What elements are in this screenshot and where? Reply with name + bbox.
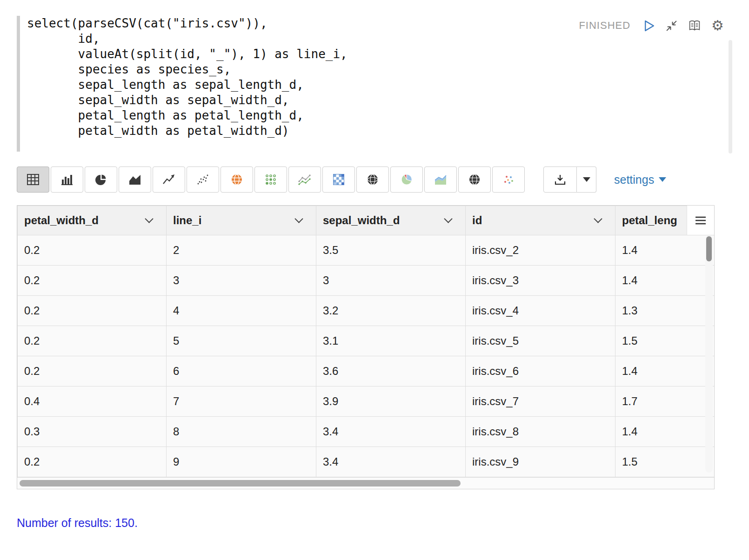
table-row: 0.243.2iris.csv_41.3 bbox=[18, 296, 715, 326]
column-label: id bbox=[472, 214, 482, 227]
notebook-paragraph: select(parseCSV(cat("iris.csv")), id, va… bbox=[0, 0, 749, 530]
column-header-sepal_width_d[interactable]: sepal_width_d bbox=[316, 206, 466, 235]
column-header-petal_width_d[interactable]: petal_width_d bbox=[18, 206, 167, 235]
paragraph-controls: FINISHED ⚙ bbox=[579, 19, 724, 33]
column-dropdown-chevron-icon[interactable] bbox=[594, 214, 602, 223]
chart-button-scatter-matrix[interactable] bbox=[254, 167, 287, 193]
scatter-chart-icon bbox=[196, 173, 209, 186]
chart-button-multi-line[interactable] bbox=[288, 167, 321, 193]
globe-2-icon bbox=[468, 173, 481, 186]
table-cell: iris.csv_8 bbox=[466, 417, 615, 447]
chart-button-scatter[interactable] bbox=[187, 167, 219, 193]
download-button[interactable] bbox=[543, 167, 577, 193]
column-dropdown-chevron-icon[interactable] bbox=[444, 214, 452, 223]
table-cell: 1.3 bbox=[615, 296, 715, 326]
table-cell: 3 bbox=[316, 266, 466, 296]
table-cell: 3.4 bbox=[316, 447, 466, 477]
table-cell: 7 bbox=[167, 387, 316, 417]
play-icon bbox=[643, 20, 655, 32]
multi-line-chart-icon bbox=[298, 173, 311, 186]
table-cell: 1.7 bbox=[615, 387, 715, 417]
download-icon bbox=[554, 173, 566, 186]
gear-icon: ⚙ bbox=[711, 19, 724, 33]
settings-dropdown[interactable]: settings bbox=[614, 173, 666, 187]
table-cell: 0.2 bbox=[18, 235, 167, 266]
chart-button-map[interactable] bbox=[221, 167, 253, 193]
table-cell: 0.2 bbox=[18, 266, 167, 296]
table-cell: 1.4 bbox=[615, 417, 715, 447]
table-cell: 5 bbox=[167, 326, 316, 356]
table-cell: 3.6 bbox=[316, 356, 466, 387]
show-editor-button[interactable] bbox=[688, 20, 701, 32]
column-label: petal_width_d bbox=[24, 214, 99, 227]
column-dropdown-chevron-icon[interactable] bbox=[145, 214, 153, 223]
hamburger-menu-icon[interactable] bbox=[695, 216, 706, 225]
table-cell: 1.4 bbox=[615, 356, 715, 387]
column-dropdown-chevron-icon[interactable] bbox=[294, 214, 303, 223]
table-cell: iris.csv_6 bbox=[466, 356, 615, 387]
table-icon bbox=[27, 173, 40, 186]
scatter-colored-icon bbox=[502, 173, 515, 186]
table-row: 0.233iris.csv_31.4 bbox=[18, 266, 715, 296]
editor-scrollbar[interactable] bbox=[729, 40, 732, 153]
settings-label: settings bbox=[614, 173, 654, 187]
paragraph-settings-button[interactable]: ⚙ bbox=[711, 19, 724, 33]
area-colored-icon bbox=[434, 173, 447, 186]
table-cell: iris.csv_7 bbox=[466, 387, 615, 417]
table-cell: iris.csv_2 bbox=[466, 235, 615, 266]
chart-button-line[interactable] bbox=[153, 167, 185, 193]
column-header-id[interactable]: id bbox=[466, 206, 615, 235]
column-label: petal_leng bbox=[622, 214, 677, 227]
collapse-icon bbox=[665, 20, 678, 32]
chart-button-scatter-colored[interactable] bbox=[492, 167, 525, 193]
chart-button-table[interactable] bbox=[17, 167, 49, 193]
table-cell: 0.2 bbox=[18, 296, 167, 326]
table-cell: 2 bbox=[167, 235, 316, 266]
table-cell: 9 bbox=[167, 447, 316, 477]
horizontal-scrollbar-thumb[interactable] bbox=[20, 480, 461, 487]
chart-button-area-colored[interactable] bbox=[424, 167, 457, 193]
vertical-scrollbar-thumb[interactable] bbox=[706, 236, 712, 261]
table-vertical-scrollbar bbox=[705, 235, 713, 473]
chart-button-area[interactable] bbox=[119, 167, 151, 193]
column-header-line_i[interactable]: line_i bbox=[167, 206, 316, 235]
table-cell: iris.csv_3 bbox=[466, 266, 615, 296]
caret-down-icon bbox=[583, 177, 590, 182]
status-badge: FINISHED bbox=[579, 20, 630, 32]
download-split-button bbox=[543, 167, 596, 193]
table-cell: 0.2 bbox=[18, 326, 167, 356]
chart-button-heatmap[interactable] bbox=[322, 167, 355, 193]
table-cell: 1.4 bbox=[615, 266, 715, 296]
run-button[interactable] bbox=[643, 20, 655, 32]
table-cell: 1.5 bbox=[615, 326, 715, 356]
area-chart-icon bbox=[128, 173, 141, 186]
table-cell: 3 bbox=[167, 266, 316, 296]
table-cell: 0.2 bbox=[18, 447, 167, 477]
table-cell: 0.3 bbox=[18, 417, 167, 447]
results-count: Number of results: 150. bbox=[17, 516, 732, 530]
chart-button-bar[interactable] bbox=[51, 167, 83, 193]
collapse-button[interactable] bbox=[665, 20, 678, 32]
table-menu-corner bbox=[687, 206, 714, 235]
table-cell: 3.9 bbox=[316, 387, 466, 417]
heatmap-icon bbox=[333, 173, 345, 186]
table-cell: 4 bbox=[167, 296, 316, 326]
line-chart-icon bbox=[162, 173, 175, 186]
download-options-button[interactable] bbox=[577, 167, 596, 193]
table-cell: 6 bbox=[167, 356, 316, 387]
table-cell: 3.4 bbox=[316, 417, 466, 447]
table-cell: 3.2 bbox=[316, 296, 466, 326]
table-cell: iris.csv_9 bbox=[466, 447, 615, 477]
results-table-container: petal_width_dline_isepal_width_didpetal_… bbox=[17, 205, 715, 489]
globe-icon bbox=[367, 173, 379, 186]
chart-button-globe-2[interactable] bbox=[458, 167, 491, 193]
table-row: 0.253.1iris.csv_51.5 bbox=[18, 326, 715, 356]
map-globe-icon bbox=[231, 173, 243, 186]
table-cell: 8 bbox=[167, 417, 316, 447]
chart-button-pie-colored[interactable] bbox=[390, 167, 423, 193]
table-row: 0.383.4iris.csv_81.4 bbox=[18, 417, 715, 447]
table-cell: iris.csv_5 bbox=[466, 326, 615, 356]
chart-button-globe[interactable] bbox=[356, 167, 389, 193]
chart-button-pie[interactable] bbox=[85, 167, 117, 193]
bar-chart-icon bbox=[60, 173, 74, 186]
